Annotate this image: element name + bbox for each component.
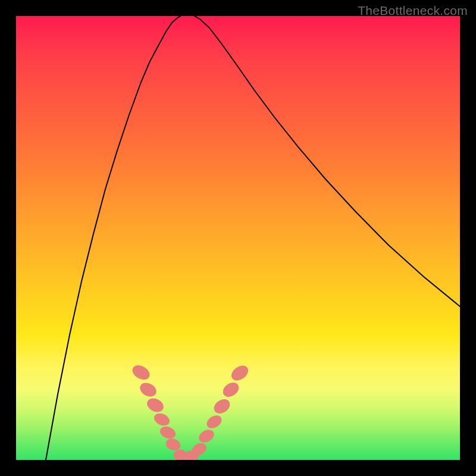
- left-dot-2: [145, 396, 165, 414]
- left-dot-4: [159, 425, 177, 440]
- left-dot-5: [165, 437, 181, 452]
- right-dot-2: [205, 413, 224, 430]
- watermark-text: TheBottleneck.com: [358, 4, 468, 18]
- right-dot-4: [221, 380, 241, 399]
- chart-frame: TheBottleneck.com: [0, 0, 476, 476]
- curve-right: [195, 16, 460, 306]
- curve-left: [46, 16, 180, 460]
- right-dot-5: [229, 363, 250, 383]
- right-dot-1: [197, 428, 216, 445]
- left-dot-0: [130, 363, 152, 382]
- left-dot-3: [152, 411, 171, 427]
- plot-area: [16, 16, 460, 460]
- curves-layer: [46, 16, 460, 460]
- right-dot-3: [212, 397, 232, 416]
- left-dot-1: [138, 381, 158, 399]
- markers-layer: [130, 363, 250, 460]
- chart-svg: [16, 16, 460, 460]
